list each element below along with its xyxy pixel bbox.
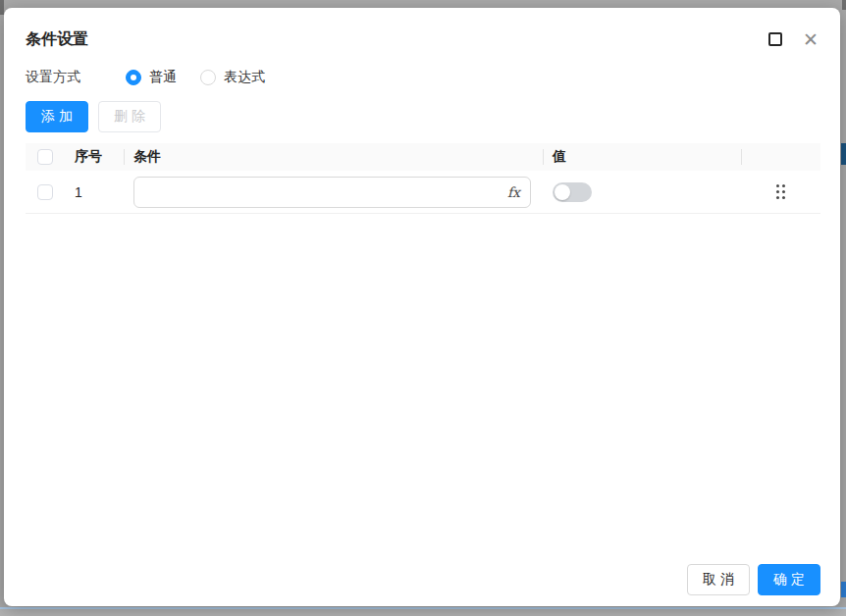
ok-button-label: 确定 <box>773 571 809 589</box>
value-toggle[interactable] <box>553 182 592 202</box>
cancel-button-label: 取消 <box>703 571 738 589</box>
condition-settings-dialog: 条件设置 ✕ 设置方式 普通 表达式 添加 删除 <box>4 8 840 606</box>
toggle-knob <box>555 184 570 200</box>
maximize-button[interactable] <box>766 29 785 49</box>
select-all-checkbox[interactable] <box>37 149 53 165</box>
conditions-table: 序号 条件 值 1 fx <box>26 143 820 214</box>
add-button[interactable]: 添加 <box>26 101 88 132</box>
header-checkbox-cell <box>26 149 63 165</box>
toolbar: 添加 删除 <box>26 101 161 132</box>
radio-selected-icon <box>126 70 141 85</box>
condition-input[interactable] <box>144 179 502 206</box>
radio-normal[interactable]: 普通 <box>126 69 177 86</box>
table-row: 1 fx <box>26 171 820 214</box>
row-checkbox[interactable] <box>37 184 53 200</box>
background-page-sliver <box>841 582 846 597</box>
add-button-label: 添加 <box>41 108 77 126</box>
window-controls: ✕ <box>766 26 820 52</box>
fx-icon[interactable]: fx <box>502 184 520 200</box>
row-actions-cell <box>741 171 820 213</box>
drag-dots-icon <box>776 184 779 187</box>
dialog-footer: 取消 确定 <box>687 564 820 595</box>
radio-normal-label: 普通 <box>149 69 177 86</box>
row-condition-cell: fx <box>124 171 543 213</box>
row-index-cell: 1 <box>63 171 124 213</box>
setting-method-label: 设置方式 <box>26 69 126 86</box>
header-value: 值 <box>543 143 741 171</box>
row-checkbox-cell <box>26 184 63 200</box>
radio-unselected-icon <box>200 70 216 85</box>
delete-button-label: 删除 <box>114 108 149 126</box>
maximize-icon <box>768 32 782 46</box>
background-page-bottom-area <box>0 609 846 616</box>
background-corner <box>842 0 846 10</box>
close-icon: ✕ <box>803 30 819 49</box>
background-page-sliver <box>841 143 846 165</box>
setting-method-row: 设置方式 普通 表达式 <box>26 67 289 88</box>
ok-button[interactable]: 确定 <box>758 564 820 595</box>
table-header-row: 序号 条件 值 <box>26 143 820 171</box>
radio-expression[interactable]: 表达式 <box>200 69 265 86</box>
header-index: 序号 <box>63 143 124 171</box>
header-actions <box>741 143 820 171</box>
radio-expression-label: 表达式 <box>224 69 265 86</box>
drag-handle[interactable] <box>774 184 788 200</box>
close-button[interactable]: ✕ <box>801 29 820 49</box>
cancel-button[interactable]: 取消 <box>687 564 750 595</box>
condition-input-wrap: fx <box>133 177 531 208</box>
row-value-cell <box>543 171 741 213</box>
dialog-header: 条件设置 ✕ <box>26 26 820 52</box>
dialog-title: 条件设置 <box>26 26 820 52</box>
delete-button[interactable]: 删除 <box>98 101 161 132</box>
header-condition: 条件 <box>124 143 543 171</box>
